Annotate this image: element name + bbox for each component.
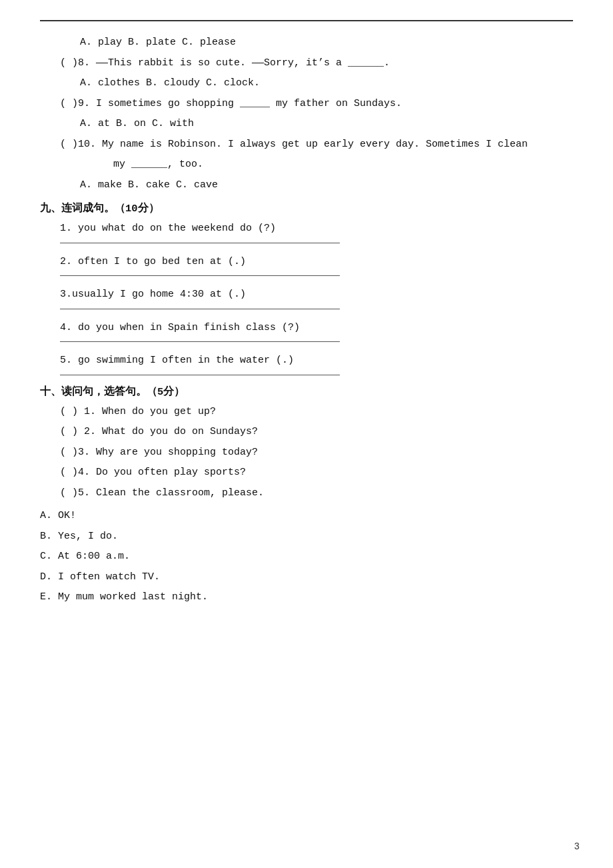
- answer-line-4: [60, 341, 340, 342]
- read-q-1: ( ) 1. When do you get up?: [60, 403, 573, 422]
- choices-9: A. at B. on C. with: [80, 115, 573, 134]
- answer-d: D. I often watch TV.: [40, 568, 573, 587]
- read-q-3: ( )3. Why are you shopping today?: [60, 443, 573, 463]
- choices-10: A. make B. cake C. cave: [80, 176, 573, 195]
- question-8: ( )8. ——This rabbit is so cute. ——Sorry,…: [60, 54, 573, 73]
- answer-a: A. OK!: [40, 507, 573, 526]
- top-divider: [40, 20, 573, 21]
- sentence-item-5: 5. go swimming I often in the water (.): [60, 351, 573, 371]
- page-number: 3: [574, 841, 580, 852]
- sentence-item-2: 2. often I to go bed ten at (.): [60, 253, 573, 272]
- answer-c: C. At 6:00 a.m.: [40, 547, 573, 567]
- answer-line-1: [60, 243, 340, 243]
- sentence-item-1: 1. you what do on the weekend do (?): [60, 219, 573, 239]
- question-10-line1: ( )10. My name is Robinson. I always get…: [60, 135, 573, 155]
- read-q-5: ( )5. Clean the classroom, please.: [60, 484, 573, 503]
- choices-prev: A. play B. plate C. please: [80, 33, 573, 53]
- section10-title: 十、读问句，选答句。（5分）: [40, 385, 573, 399]
- question-9: ( )9. I sometimes go shopping _____ my f…: [60, 95, 573, 114]
- question-10-line2: my ______, too.: [113, 155, 573, 175]
- sentence-item-4: 4. do you when in Spain finish class (?): [60, 319, 573, 338]
- read-q-4: ( )4. Do you often play sports?: [60, 463, 573, 483]
- choices-8: A. clothes B. cloudy C. clock.: [80, 74, 573, 93]
- answer-line-2: [60, 275, 340, 276]
- read-q-2: ( ) 2. What do you do on Sundays?: [60, 423, 573, 442]
- answer-line-5: [60, 375, 340, 375]
- section9-title: 九、连词成句。（10分）: [40, 201, 573, 215]
- answer-e: E. My mum worked last night.: [40, 588, 573, 607]
- answer-line-3: [60, 309, 340, 309]
- sentence-item-3: 3.usually I go home 4:30 at (.): [60, 285, 573, 305]
- answer-b: B. Yes, I do.: [40, 527, 573, 547]
